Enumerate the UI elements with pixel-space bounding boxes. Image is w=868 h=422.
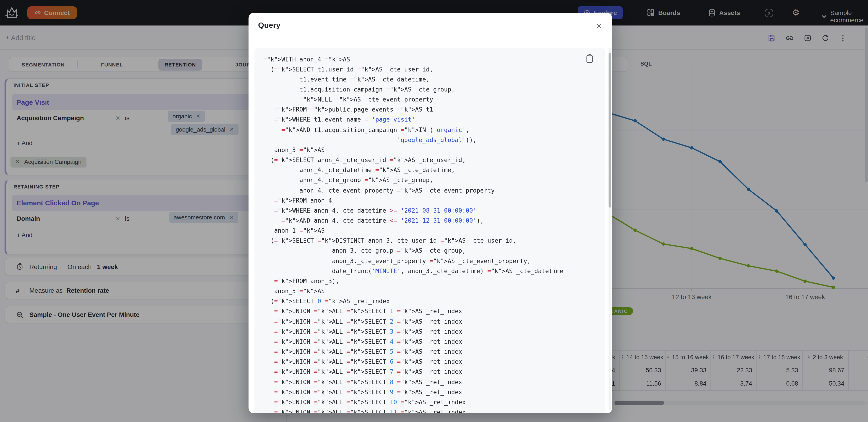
close-icon[interactable]: ✕ <box>593 21 604 31</box>
query-modal: Query ✕ ="k">WITH anon_4 ="k">AS (="k">S… <box>249 13 612 413</box>
sql-code-block: ="k">WITH anon_4 ="k">AS (="k">SELECT t1… <box>254 48 605 413</box>
modal-title: Query <box>258 21 280 30</box>
modal-scrollbar-thumb[interactable] <box>608 53 611 207</box>
sql-code: ="k">WITH anon_4 ="k">AS (="k">SELECT t1… <box>254 48 572 413</box>
modal-header: Query ✕ <box>249 13 612 39</box>
copy-icon[interactable] <box>585 54 594 63</box>
